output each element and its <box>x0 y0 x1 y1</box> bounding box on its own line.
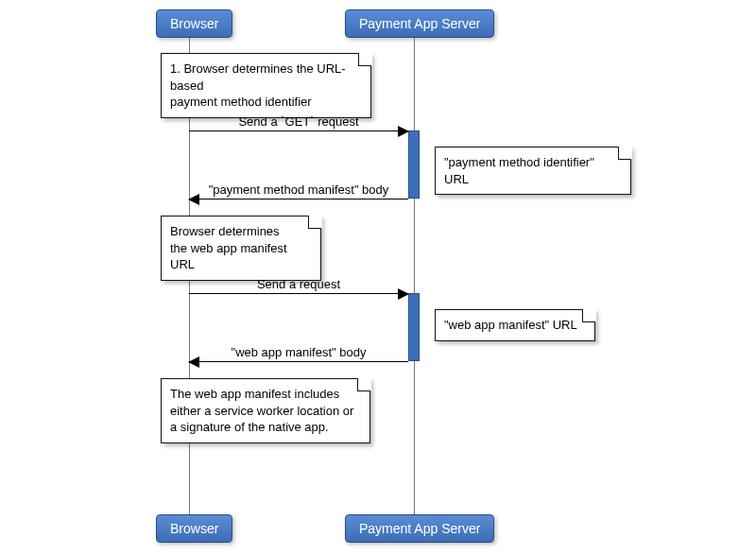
participant-server-top: Payment App Server <box>345 9 494 38</box>
arrow-left-icon <box>188 356 199 368</box>
note-initial-determination: 1. Browser determines the URL-based paym… <box>161 53 371 118</box>
participant-label: Browser <box>170 16 218 31</box>
participant-label: Payment App Server <box>359 16 480 31</box>
message-send-request: Send a request <box>189 293 408 294</box>
arrow-left-icon <box>188 194 199 205</box>
note-wam-url: "web app manifest" URL <box>435 309 595 341</box>
participant-label: Browser <box>170 521 218 536</box>
note-pmid-url: "payment method identifier" URL <box>435 147 631 195</box>
note-determine-wam-url: Browser determines the web app manifest … <box>161 216 321 281</box>
note-text: The web app manifest includes either a s… <box>170 387 353 434</box>
note-text: Browser determines the web app manifest … <box>170 224 287 271</box>
message-label: Send a `GET` request <box>189 114 408 129</box>
message-label: "web app manifest" body <box>189 345 408 359</box>
activation-bar <box>408 130 420 199</box>
participant-browser-bottom: Browser <box>156 514 232 543</box>
message-label: "payment method manifest" body <box>189 182 408 197</box>
note-text: "payment method identifier" URL <box>444 155 594 186</box>
participant-label: Payment App Server <box>359 521 480 536</box>
note-wam-contents: The web app manifest includes either a s… <box>161 378 370 443</box>
lifeline-server <box>414 34 415 516</box>
participant-server-bottom: Payment App Server <box>345 514 494 543</box>
message-get-request: Send a `GET` request <box>189 130 408 131</box>
participant-browser-top: Browser <box>156 9 232 38</box>
note-text: 1. Browser determines the URL-based paym… <box>170 61 346 109</box>
activation-bar <box>408 293 420 361</box>
note-text: "web app manifest" URL <box>444 318 577 332</box>
message-label: Send a request <box>189 277 408 291</box>
message-manifest-body: "payment method manifest" body <box>189 199 408 199</box>
message-wam-body: "web app manifest" body <box>189 361 408 362</box>
